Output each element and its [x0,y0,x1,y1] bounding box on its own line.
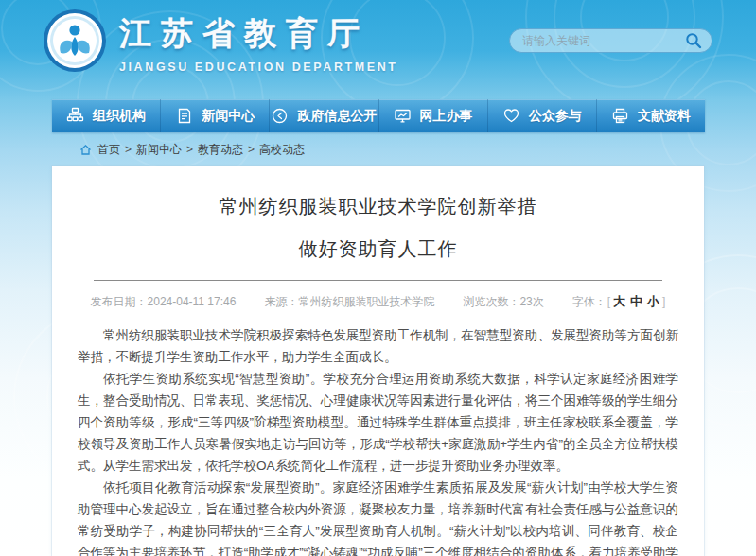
online-services-icon [394,107,412,125]
breadcrumb-separator: > [248,143,255,156]
article-title-line2: 做好资助育人工作 [90,228,666,270]
article-meta: 发布日期： 2024-04-11 17:46 来源： 常州纺织服装职业技术学院 … [52,293,704,310]
nav-label: 新闻中心 [202,108,255,125]
bracket-open: [ [607,295,610,308]
nav-item-organization[interactable]: 组织机构 [52,99,161,132]
article-body: 常州纺织服装职业技术学院积极探索特色发展型资助工作机制，在智慧型资助、发展型资助… [78,324,678,556]
site-name: 江苏省教育厅 [119,12,398,56]
site-logo[interactable] [42,8,108,74]
article-source: 来源： 常州纺织服装职业技术学院 [264,294,434,310]
font-size-small-button[interactable]: 小 [647,293,659,310]
title-divider [94,280,662,281]
article-title-line1: 常州纺织服装职业技术学院创新举措 [90,185,666,228]
nav-item-gov-info-disclosure[interactable]: 政府信息公开 [270,99,378,132]
search-icon[interactable] [685,32,702,49]
view-count: 浏览次数： 23次 [463,294,543,310]
breadcrumb-news-center[interactable]: 新闻中心 [136,142,182,158]
article-paragraph: 常州纺织服装职业技术学院积极探索特色发展型资助工作机制，在智慧型资助、发展型资助… [78,324,678,368]
news-icon [175,107,193,125]
breadcrumb-university-news[interactable]: 高校动态 [259,142,305,158]
main-nav: 组织机构 新闻中心 政府信息公开 [52,99,705,132]
article-title: 常州纺织服装职业技术学院创新举措 做好资助育人工作 [90,185,666,270]
font-size-control: 字体： [ 大 中 小 ] [572,293,666,310]
article-card: 常州纺织服装职业技术学院创新举措 做好资助育人工作 发布日期： 2024-04-… [52,166,704,556]
nav-label: 组织机构 [93,108,146,125]
breadcrumb-home[interactable]: 首页 [97,142,120,158]
nav-label: 政府信息公开 [297,108,377,125]
org-chart-icon [66,107,84,125]
info-disclosure-icon [271,107,289,125]
nav-item-public-participation[interactable]: 公众参与 [488,99,597,132]
article-paragraph: 依托学生资助系统实现“智慧型资助”。学校充分合理运用资助系统大数据，科学认定家庭… [78,368,678,477]
breadcrumb-education-news[interactable]: 教育动态 [198,142,243,158]
search-box [509,28,712,53]
documents-printer-icon [611,107,629,125]
publish-date: 发布日期： 2024-04-11 17:46 [91,294,237,310]
site-title-block[interactable]: 江苏省教育厅 JIANGSU EDUCATION DEPARTMENT [119,12,398,74]
nav-item-documents[interactable]: 文献资料 [597,99,705,132]
nav-label: 文献资料 [638,108,691,125]
public-participation-heart-icon [502,107,520,125]
article-paragraph: 依托项目化教育活动探索“发展型资助”。家庭经济困难学生素质拓展及发展“薪火计划”… [78,477,678,556]
site-name-english: JIANGSU EDUCATION DEPARTMENT [119,61,398,74]
page: 江苏省教育厅 JIANGSU EDUCATION DEPARTMENT [0,0,756,556]
breadcrumb: 首页 > 新闻中心 > 教育动态 > 高校动态 [79,141,305,158]
nav-label: 网上办事 [420,108,473,125]
nav-item-news-center[interactable]: 新闻中心 [161,99,270,132]
home-icon[interactable] [79,144,92,156]
nav-item-online-services[interactable]: 网上办事 [379,99,488,132]
nav-label: 公众参与 [529,108,582,125]
search-input[interactable] [522,34,685,47]
bracket-close: ] [662,295,665,308]
breadcrumb-separator: > [186,143,193,156]
breadcrumb-separator: > [125,143,132,156]
font-size-large-button[interactable]: 大 [613,293,625,310]
font-size-medium-button[interactable]: 中 [630,293,642,310]
